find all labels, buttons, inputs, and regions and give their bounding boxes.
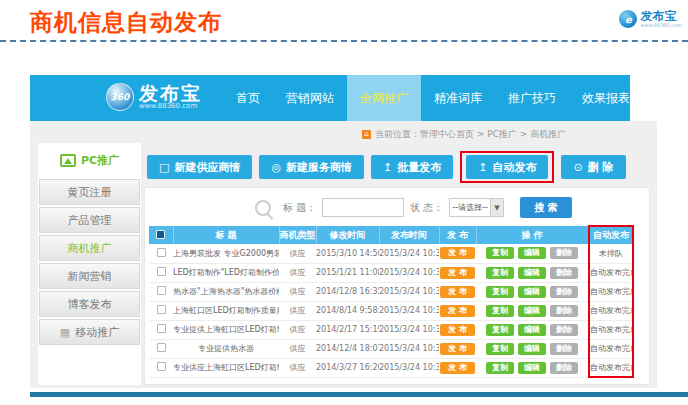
sidebar-item-mobile-promotion[interactable]: ▦ 移动推广 bbox=[39, 319, 140, 345]
auto-publish-status: 自动发布完成 bbox=[589, 358, 633, 377]
status-filter-label: 状 态： bbox=[410, 201, 443, 215]
auto-publish-button[interactable]: ↥ 自动发布 bbox=[466, 155, 548, 179]
copy-button[interactable]: 复制 bbox=[486, 324, 514, 336]
table-row: 上海虹口区LED灯箱制作质量好上海虹.. 供应 2014/8/14 9:58:4… bbox=[149, 301, 633, 320]
copy-button[interactable]: 复制 bbox=[486, 305, 514, 317]
copy-button[interactable]: 复制 bbox=[486, 267, 514, 279]
publish-button[interactable]: 发 布 bbox=[440, 286, 475, 298]
delete-row-button[interactable]: 删除 bbox=[550, 324, 578, 336]
lead-type: 供应 bbox=[279, 301, 316, 320]
sidebar-item-product-management[interactable]: 产品管理 bbox=[39, 207, 140, 233]
logo-brand-name: 发布宝 bbox=[640, 11, 682, 22]
sidebar-item-pc-promotion[interactable]: PC推广 bbox=[39, 144, 140, 177]
sidebar-item-blog-publish[interactable]: 博客发布 bbox=[39, 291, 140, 317]
nav-item-network-promotion[interactable]: 全网推广 bbox=[347, 75, 421, 121]
sidebar-item-business-promotion[interactable]: 商机推广 bbox=[39, 235, 140, 261]
button-label: 新建服务商情 bbox=[286, 160, 352, 175]
edit-button[interactable]: 编辑 bbox=[518, 267, 546, 279]
search-button[interactable]: 搜 索 bbox=[520, 197, 572, 218]
delete-row-button[interactable]: 删除 bbox=[550, 247, 578, 259]
row-checkbox[interactable] bbox=[157, 343, 166, 352]
new-service-lead-button[interactable]: ◎ 新建服务商情 bbox=[259, 155, 364, 179]
leads-table: 标 题 商机类型 修改时间 发布时间 发 布 操 作 自动发布 上海男装批发 专… bbox=[149, 225, 634, 378]
publish-button[interactable]: 发 布 bbox=[440, 362, 475, 374]
new-supply-lead-button[interactable]: □ 新建供应商情 bbox=[147, 155, 252, 179]
copy-button[interactable]: 复制 bbox=[486, 247, 514, 259]
title-filter-input[interactable] bbox=[322, 198, 404, 217]
modified-time: 2014/8/14 9:58:43 bbox=[316, 301, 379, 320]
row-checkbox[interactable] bbox=[157, 362, 166, 371]
publish-button[interactable]: 发 布 bbox=[440, 247, 475, 259]
edit-button[interactable]: 编辑 bbox=[518, 247, 546, 259]
nav-item-home[interactable]: 首页 bbox=[223, 75, 273, 121]
delete-row-button[interactable]: 删除 bbox=[550, 343, 578, 355]
table-row: LED灯箱制作"LED灯箱制作价格".. 供应 2015/1/21 11:08:… bbox=[149, 263, 633, 282]
col-auto-publish: 自动发布 bbox=[589, 226, 633, 244]
person-circle-icon: ◎ bbox=[271, 161, 281, 174]
row-checkbox[interactable] bbox=[157, 286, 166, 295]
lead-type: 供应 bbox=[279, 358, 316, 377]
auto-publish-status: 自动发布完成 bbox=[589, 301, 633, 320]
sidebar-item-label: 新闻营销 bbox=[68, 269, 112, 284]
app-navbar: 360 发布宝 www.88360.com 首页 营销网站 全网推广 精准词库 … bbox=[30, 75, 630, 121]
breadcrumb: ⌂ 当前位置：管理中心首页 > PC推广 > 商机推广 bbox=[362, 128, 566, 141]
row-checkbox[interactable] bbox=[157, 267, 166, 276]
lead-title: 专业供应上海虹口区LED灯箱制作-上.. bbox=[173, 358, 279, 377]
lead-type: 供应 bbox=[279, 339, 316, 358]
publish-button[interactable]: 发 布 bbox=[440, 305, 475, 317]
lead-title: 上海虹口区LED灯箱制作质量好上海虹.. bbox=[173, 301, 279, 320]
publish-button[interactable]: 发 布 bbox=[440, 324, 475, 336]
delete-row-button[interactable]: 删除 bbox=[550, 286, 578, 298]
lead-title: 热水器"上海热水器"热水器价格"热水.. bbox=[173, 282, 279, 301]
button-label: 新建供应商情 bbox=[174, 160, 240, 175]
published-time: 2015/3/24 10:33:07 bbox=[379, 282, 439, 301]
col-title: 标 题 bbox=[173, 226, 279, 244]
row-checkbox[interactable] bbox=[157, 248, 166, 257]
publish-button[interactable]: 发 布 bbox=[440, 343, 475, 355]
app-logo-360-icon: 360 bbox=[106, 83, 134, 111]
row-checkbox[interactable] bbox=[157, 324, 166, 333]
logo-brand-url: www.88360.com bbox=[640, 22, 682, 28]
edit-button[interactable]: 编辑 bbox=[518, 305, 546, 317]
copy-button[interactable]: 复制 bbox=[486, 362, 514, 374]
toolbar: □ 新建供应商情 ◎ 新建服务商情 ↥ 批量发布 ↥ 自动发布 ⊙ 删 除 bbox=[147, 151, 626, 183]
nav-item-admin-center[interactable]: 管理中心 bbox=[643, 75, 688, 121]
sidebar-item-label: PC推广 bbox=[81, 153, 119, 168]
edit-button[interactable]: 编辑 bbox=[518, 324, 546, 336]
sidebar-item-label: 博客发布 bbox=[68, 297, 112, 312]
delete-button[interactable]: ⊙ 删 除 bbox=[561, 155, 625, 179]
work-panel: 标 题： 状 态： --请选择-- ▼ 搜 索 标 题 商机类型 修改时间 发布… bbox=[144, 187, 650, 385]
row-checkbox[interactable] bbox=[157, 305, 166, 314]
status-filter-select[interactable]: --请选择-- ▼ bbox=[449, 198, 504, 217]
col-operations: 操 作 bbox=[476, 226, 589, 244]
lead-title: 上海男装批发 专业G2000男装品牌.. bbox=[173, 244, 279, 263]
modified-time: 2015/3/10 14:56:59 bbox=[316, 244, 379, 263]
edit-button[interactable]: 编辑 bbox=[518, 286, 546, 298]
edit-button[interactable]: 编辑 bbox=[518, 362, 546, 374]
nav-item-marketing-site[interactable]: 营销网站 bbox=[273, 75, 347, 121]
sidebar-item-yellow-pages[interactable]: 黄页注册 bbox=[39, 179, 140, 205]
edit-button[interactable]: 编辑 bbox=[518, 343, 546, 355]
sidebar-item-label: 产品管理 bbox=[68, 213, 112, 228]
col-modified: 修改时间 bbox=[316, 226, 379, 244]
copy-button[interactable]: 复制 bbox=[486, 286, 514, 298]
auto-publish-status: 自动发布完成 bbox=[589, 282, 633, 301]
nav-item-promotion-tips[interactable]: 推广技巧 bbox=[495, 75, 569, 121]
delete-row-button[interactable]: 删除 bbox=[550, 362, 578, 374]
batch-publish-button[interactable]: ↥ 批量发布 bbox=[371, 155, 453, 179]
nav-item-keyword-library[interactable]: 精准词库 bbox=[421, 75, 495, 121]
published-time: 2015/3/24 10:33:07 bbox=[379, 358, 439, 377]
auto-publish-status: 自动发布完成 bbox=[589, 263, 633, 282]
select-all-checkbox[interactable] bbox=[156, 230, 165, 239]
delete-row-button[interactable]: 删除 bbox=[550, 267, 578, 279]
sidebar-item-news-marketing[interactable]: 新闻营销 bbox=[39, 263, 140, 289]
lead-type: 供应 bbox=[279, 244, 316, 263]
home-icon: ⌂ bbox=[362, 130, 371, 139]
nav-item-reports[interactable]: 效果报表 bbox=[569, 75, 643, 121]
sidebar-item-label: 商机推广 bbox=[68, 241, 112, 256]
published-time: 2015/3/24 10:33:07 bbox=[379, 320, 439, 339]
publish-button[interactable]: 发 布 bbox=[440, 267, 475, 279]
copy-button[interactable]: 复制 bbox=[486, 343, 514, 355]
breadcrumb-text: 当前位置：管理中心首页 > PC推广 > 商机推广 bbox=[375, 128, 566, 141]
delete-row-button[interactable]: 删除 bbox=[550, 305, 578, 317]
